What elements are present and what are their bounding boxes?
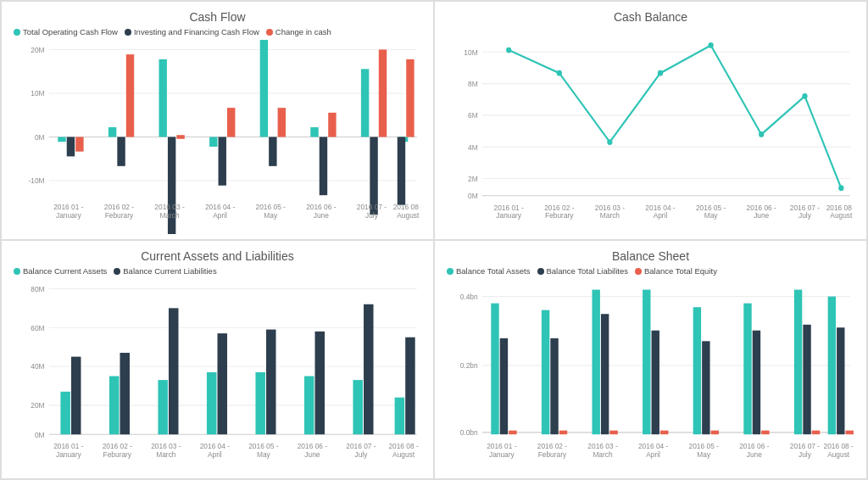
svg-rect-29	[269, 137, 276, 166]
currentassets-chart-area: 80M 60M 40M 20M 0M 2016 01 - January 201…	[14, 279, 421, 473]
svg-rect-30	[278, 108, 286, 137]
svg-rect-139	[542, 310, 549, 435]
svg-rect-101	[120, 353, 130, 434]
svg-rect-97	[71, 357, 81, 435]
svg-rect-136	[509, 431, 516, 435]
cashbalance-panel: Cash Balance 10M 8M 6M 4M 2M 0M	[434, 1, 867, 240]
svg-rect-38	[361, 69, 369, 137]
legend-label-totalassets: Balance Total Assets	[456, 266, 531, 276]
svg-point-63	[557, 70, 562, 76]
svg-text:Feburary: Feburary	[105, 210, 134, 219]
cashflow-title: Cash Flow	[14, 10, 421, 24]
svg-text:Feburary: Feburary	[545, 210, 574, 219]
svg-text:August: August	[397, 210, 420, 219]
balancesheet-chart-area: 0.4bn 0.2bn 0.0bn 2016 01 - January 2016…	[447, 279, 854, 473]
svg-rect-141	[559, 431, 567, 435]
svg-text:August: August	[392, 449, 415, 458]
svg-text:March: March	[156, 449, 175, 458]
svg-rect-149	[643, 290, 650, 435]
legend-dot-operating	[14, 29, 20, 36]
svg-text:20M: 20M	[31, 46, 44, 54]
legend-investing: Investing and Financing Cash Flow	[125, 27, 259, 36]
balancesheet-title: Balance Sheet	[447, 249, 854, 263]
svg-rect-108	[207, 372, 217, 434]
svg-text:May: May	[697, 449, 710, 458]
legend-dot-totalequity	[635, 268, 642, 275]
svg-rect-9	[67, 137, 75, 157]
legend-totalliabilities: Balance Total Liabilites	[537, 266, 628, 276]
svg-text:April: April	[208, 449, 222, 458]
svg-text:January: January	[489, 449, 515, 458]
legend-dot-change	[266, 29, 273, 36]
svg-rect-155	[702, 341, 709, 434]
svg-rect-46	[398, 137, 405, 205]
svg-rect-116	[304, 377, 314, 435]
legend-liabilities: Balance Current Liabilities	[114, 266, 216, 276]
legend-totalassets: Balance Total Assets	[447, 266, 531, 276]
svg-point-66	[708, 42, 713, 48]
svg-text:60M: 60M	[31, 323, 44, 332]
legend-dot-investing	[125, 29, 131, 36]
svg-rect-100	[109, 377, 120, 435]
balancesheet-svg: 0.4bn 0.2bn 0.0bn 2016 01 - January 2016…	[447, 279, 854, 473]
legend-totalequity: Balance Total Equity	[635, 266, 717, 276]
svg-text:June: June	[754, 210, 769, 219]
svg-text:0.0bn: 0.0bn	[460, 428, 478, 437]
svg-text:0M: 0M	[468, 192, 478, 200]
svg-text:10M: 10M	[31, 89, 44, 98]
svg-rect-18	[159, 59, 166, 137]
svg-text:40M: 40M	[31, 362, 44, 371]
svg-text:July: July	[798, 449, 811, 458]
legend-assets: Balance Current Assets	[14, 266, 107, 276]
svg-rect-113	[266, 330, 276, 435]
svg-rect-40	[379, 49, 387, 137]
svg-text:June: June	[314, 210, 329, 219]
svg-rect-96	[60, 392, 70, 434]
svg-text:August: August	[827, 449, 850, 458]
legend-label-change: Change in cash	[275, 27, 331, 36]
svg-text:0.2bn: 0.2bn	[460, 361, 478, 370]
svg-text:July: July	[365, 210, 378, 219]
svg-rect-145	[601, 314, 609, 434]
svg-rect-35	[328, 113, 336, 137]
currentassets-title: Current Assets and Liabilities	[14, 249, 421, 263]
svg-rect-166	[812, 431, 820, 435]
svg-rect-10	[75, 137, 83, 152]
svg-rect-146	[609, 431, 617, 435]
svg-text:June: June	[304, 449, 320, 458]
legend-dot-totalassets	[447, 268, 453, 275]
cashflow-panel: Cash Flow Total Operating Cash Flow Inve…	[1, 1, 434, 240]
svg-rect-117	[315, 332, 326, 434]
svg-text:Feburary: Feburary	[103, 449, 132, 458]
svg-rect-170	[837, 327, 844, 434]
svg-text:May: May	[704, 210, 718, 219]
svg-rect-120	[353, 380, 363, 434]
svg-text:0M: 0M	[35, 133, 45, 142]
svg-rect-109	[218, 333, 228, 434]
currentassets-panel: Current Assets and Liabilities Balance C…	[1, 240, 434, 479]
svg-text:March: March	[593, 449, 612, 458]
svg-rect-159	[743, 304, 751, 435]
legend-dot-totalliabilities	[537, 268, 544, 275]
svg-rect-161	[761, 431, 769, 435]
svg-text:July: July	[798, 210, 811, 219]
svg-rect-165	[803, 325, 810, 434]
svg-text:80M: 80M	[31, 285, 44, 293]
svg-rect-125	[405, 338, 415, 435]
svg-rect-25	[227, 108, 235, 137]
balancesheet-legend: Balance Total Assets Balance Total Liabi…	[447, 266, 854, 276]
svg-rect-150	[652, 331, 659, 435]
svg-rect-23	[209, 137, 217, 147]
svg-text:0.4bn: 0.4bn	[460, 293, 478, 301]
cashbalance-chart-area: 10M 8M 6M 4M 2M 0M 2016	[447, 42, 854, 234]
svg-rect-144	[592, 290, 599, 435]
legend-dot-assets	[14, 268, 20, 275]
svg-text:May: May	[264, 210, 277, 219]
svg-rect-8	[58, 137, 65, 142]
svg-text:June: June	[747, 449, 762, 458]
svg-text:6M: 6M	[468, 111, 478, 120]
svg-rect-135	[500, 338, 508, 434]
legend-change: Change in cash	[266, 27, 331, 36]
svg-text:20M: 20M	[31, 401, 44, 410]
cashflow-svg: 20M 10M 0M -10M 2016 01 - January	[14, 40, 421, 234]
